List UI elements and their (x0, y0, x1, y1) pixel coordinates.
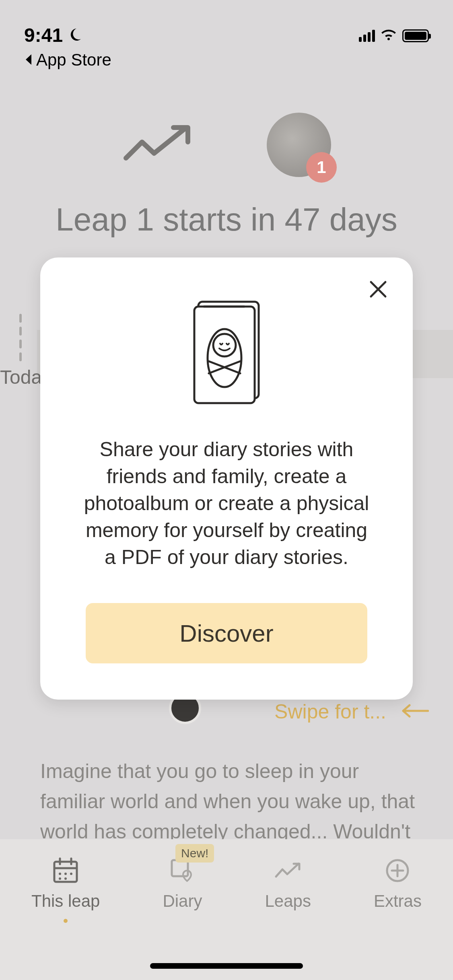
back-label: App Store (36, 50, 111, 70)
trend-up-icon (122, 122, 194, 168)
cellular-icon (359, 30, 375, 42)
diary-share-modal: Share your diary stories with friends an… (40, 257, 413, 700)
arrow-left-icon (401, 703, 429, 721)
swipe-hint-text: Swipe for t... (274, 700, 386, 723)
timeline-tick (19, 352, 22, 361)
status-bar: 9:41 App Store (0, 0, 453, 56)
calendar-icon (50, 855, 81, 886)
tab-this-leap[interactable]: This leap (31, 855, 100, 923)
svg-point-3 (70, 873, 72, 875)
moon-icon (68, 24, 82, 46)
status-time-row: 9:41 (24, 24, 111, 46)
tab-label: Extras (374, 891, 422, 911)
plus-circle-icon (382, 855, 413, 886)
tab-label: Diary (163, 891, 202, 911)
timeline-tick (19, 314, 22, 323)
timeline-tick (19, 327, 22, 336)
close-icon (368, 279, 389, 301)
close-button[interactable] (366, 278, 390, 302)
modal-text: Share your diary stories with friends an… (82, 436, 371, 571)
wifi-icon (381, 29, 397, 43)
discover-button[interactable]: Discover (86, 603, 367, 663)
leap-title: Leap 1 starts in 47 days (56, 201, 397, 238)
svg-point-4 (59, 877, 61, 880)
home-indicator[interactable] (150, 963, 303, 969)
svg-rect-6 (172, 860, 188, 876)
header: 1 Leap 1 starts in 47 days (0, 113, 453, 238)
tab-label: This leap (31, 891, 100, 911)
back-chevron-icon (24, 50, 33, 70)
tab-bar: This leap New! Diary Leaps Extras (0, 839, 453, 980)
status-time: 9:41 (24, 24, 63, 46)
tab-leaps[interactable]: Leaps (265, 855, 311, 911)
svg-rect-9 (194, 307, 255, 403)
status-bar-right (359, 24, 429, 43)
avatar-notification-badge: 1 (306, 152, 337, 183)
new-badge: New! (175, 844, 214, 863)
active-indicator-dot (64, 919, 68, 923)
baby-book-icon (186, 298, 267, 408)
back-to-app-store[interactable]: App Store (24, 50, 111, 70)
tab-label: Leaps (265, 891, 311, 911)
svg-point-1 (59, 873, 61, 875)
svg-point-5 (64, 877, 67, 880)
timeline-tick (19, 340, 22, 348)
trend-up-icon (273, 855, 303, 886)
battery-icon (402, 29, 429, 42)
tab-diary[interactable]: New! Diary (163, 855, 202, 911)
avatar-button[interactable]: 1 (267, 113, 331, 177)
swipe-hint-row[interactable]: Swipe for t... (0, 700, 429, 723)
tab-extras[interactable]: Extras (374, 855, 422, 911)
status-bar-left: 9:41 App Store (24, 24, 111, 70)
svg-point-2 (64, 873, 67, 875)
